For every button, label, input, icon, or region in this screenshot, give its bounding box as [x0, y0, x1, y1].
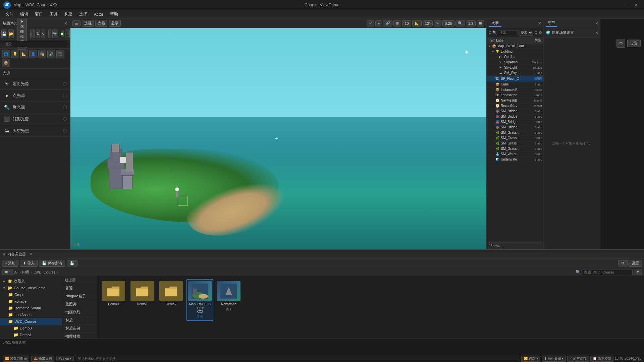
filter-blueprint[interactable]: 蓝图类 [62, 300, 97, 308]
viewport-show-btn[interactable]: 显示 [109, 20, 121, 27]
vp-grid-btn[interactable]: ⊞ [393, 20, 401, 26]
menu-window[interactable]: 窗口 [32, 11, 46, 18]
tree-landscape[interactable]: 🗺 Landscape Lands [487, 93, 543, 98]
tree-skyatmo[interactable]: ☀ SkyAtmo SkyAtm [487, 60, 543, 65]
tree-smgrass1[interactable]: 🌿 SM_Grass... Static [487, 130, 543, 135]
actor-point-light[interactable]: ● 点光源 ⓘ [0, 90, 70, 102]
version-ctrl-btn[interactable]: 📋 版本控制 [590, 356, 613, 362]
expand-lighting[interactable]: ▼ [491, 50, 495, 53]
tree-recastnav[interactable]: 🧭 RecastNav Recast [487, 103, 543, 109]
filter-material-instance[interactable]: 材质实例 [62, 324, 97, 333]
outliner-tab-main[interactable]: 大纲 [489, 20, 501, 27]
filter-animation[interactable]: 动画序列 [62, 308, 97, 316]
viewport-select-btn[interactable]: 选视 [82, 20, 94, 27]
maximize-button[interactable]: □ [621, 1, 631, 9]
python-btn[interactable]: Python ▾ [56, 356, 74, 361]
filter-physics[interactable]: 物理材质 [62, 333, 97, 339]
spot-light-info[interactable]: ⓘ [63, 105, 67, 110]
trace-btn[interactable]: 🔀 追踪 ▾ [521, 356, 540, 362]
path-all[interactable]: All [14, 270, 18, 274]
actor-spot-light[interactable]: 🔦 聚光源 ⓘ [0, 102, 70, 113]
camera-btn[interactable]: 📷 [52, 29, 58, 38]
sky-light-info[interactable]: ⓘ [63, 128, 67, 133]
cb-demo0[interactable]: 📁 Demo0 [0, 325, 62, 331]
tree-smbridge2[interactable]: 🌉 SM_Bridge Static [487, 114, 543, 119]
tree-lighting[interactable]: ▼ 💡 Lighting [487, 49, 543, 54]
cb-filter-sort-btn[interactable]: ⊞↕ [2, 269, 13, 275]
menu-edit[interactable]: 编辑 [17, 11, 31, 18]
settings-label-btn[interactable]: 设置 [627, 40, 641, 47]
outliner-close[interactable]: ✕ [538, 21, 541, 26]
path-content[interactable]: 内容 [22, 269, 30, 275]
tree-instancedf[interactable]: 📦 InstancedF Instan [487, 87, 543, 93]
cb-foliage[interactable]: 📁 Foliage [0, 298, 62, 305]
expand-icon[interactable]: ▼ [488, 45, 492, 48]
filter-material[interactable]: 材质 [62, 316, 97, 324]
tree-navmesh[interactable]: 🧭 NavMeshB NavM [487, 98, 543, 103]
outliner-type-filter[interactable]: 搜索 [519, 30, 533, 36]
viewport-menu-btn[interactable]: ☰ [72, 20, 80, 26]
cb-project-root[interactable]: ▼ 📂 Course_ViewGame [0, 285, 62, 291]
menu-help[interactable]: 帮助 [107, 11, 121, 18]
tree-opeil[interactable]: ◐ Opeil... [487, 54, 543, 60]
pause-button[interactable]: ⏸ [65, 29, 70, 38]
tree-smbridge4[interactable]: 🌉 SM_Bridge Static [487, 125, 543, 130]
outliner-search-input[interactable] [498, 30, 518, 35]
actor-sky-light[interactable]: 🌤 天空光照 ⓘ [0, 125, 70, 137]
cb-favorites-header[interactable]: ▶ ⭐ 收藏夹 [0, 278, 62, 285]
tree-smwater[interactable]: 💧 SM_Water... Static [487, 152, 543, 157]
vp-scale-val[interactable]: 0.25 [442, 20, 454, 26]
close-button[interactable]: ✕ [631, 1, 641, 9]
menu-select[interactable]: 选择 [76, 11, 90, 18]
tree-smgrass2[interactable]: 🌿 SM_Grass... Static [487, 135, 543, 141]
outliner-create-btn[interactable]: 🔍 [492, 29, 497, 36]
tree-smbridge3[interactable]: 🌉 SM_Bridge Static [487, 119, 543, 125]
rect-light-info[interactable]: ⓘ [63, 117, 67, 122]
cb-close-btn[interactable]: ✕ [29, 252, 32, 256]
cb-settings-btn[interactable]: ⚙ [618, 260, 628, 266]
vp-settings-btn[interactable]: ⊞ [477, 20, 484, 26]
tree-skylight[interactable]: ☀ SkyLight SkyLig [487, 65, 543, 70]
actor-tool-4[interactable]: 👤 [29, 50, 37, 58]
details-tab[interactable]: 细节 [546, 20, 557, 27]
tree-smbridge1[interactable]: 🌉 SM_Bridge Static [487, 109, 543, 114]
tree-smgrass4[interactable]: 🌿 SM_Grass... Static [487, 146, 543, 152]
viewport-scene[interactable]: + ✦ X Y Z [70, 28, 486, 249]
cb-import-btn[interactable]: ⬇ 导入 [20, 260, 37, 267]
output-log-btn[interactable]: 📤 输出日志 [31, 356, 54, 362]
transform-btn[interactable]: ↔ [30, 29, 35, 38]
point-light-info[interactable]: ⓘ [63, 93, 67, 98]
rotate-btn[interactable]: ↻ [36, 29, 40, 38]
details-close[interactable]: ✕ [595, 21, 598, 26]
vp-transform-btn[interactable]: ⤢ [367, 20, 374, 26]
load-icon-btn[interactable]: 📂 [8, 29, 14, 38]
tree-smsky[interactable]: ☁ SM_Sky... Static [487, 70, 543, 76]
cb-item-demo1[interactable]: Demo1 [129, 279, 156, 321]
python-input[interactable] [76, 356, 519, 361]
cb-save-all-btn[interactable]: 💾 保存所有 [39, 260, 65, 267]
actor-tool-3[interactable]: 📐 [20, 50, 28, 58]
actor-tool-7[interactable]: 🎬 [56, 50, 64, 58]
actor-tool-8[interactable]: 📦 [2, 59, 10, 67]
save-icon-btn[interactable]: 💾 [1, 29, 7, 38]
outliner-options-btn[interactable]: ⚙ [534, 29, 538, 36]
actor-search-input[interactable] [2, 41, 68, 47]
directional-light-info[interactable]: ⓘ [63, 81, 67, 86]
cb-demo1[interactable]: 📁 Demo1 [0, 331, 62, 338]
play-button[interactable]: ▶ [61, 30, 64, 38]
save-all-btn[interactable]: ✓ 所有保存 [567, 356, 589, 362]
cb-content-label-btn[interactable]: 设置 [629, 260, 642, 267]
actor-tool-6[interactable]: 🔊 [47, 50, 55, 58]
vp-zoom-val[interactable]: 1.2 [466, 20, 476, 26]
cb-item-demo2[interactable]: Demo2 [158, 279, 184, 321]
tree-underwater[interactable]: 🌊 Underwate Static [487, 157, 543, 162]
cb-save-icon[interactable]: 💾 [67, 260, 77, 266]
cb-lwd-course[interactable]: 📁 LWD_Course [0, 318, 62, 325]
viewport-lighting-btn[interactable]: 光照 [95, 20, 107, 27]
viewport-type-btn[interactable]: □ [48, 29, 51, 38]
vp-add-btn[interactable]: + [375, 20, 382, 26]
menu-actor[interactable]: Actor [91, 11, 106, 17]
vp-angle-icon[interactable]: 📐 [412, 20, 422, 26]
cb-crops[interactable]: 📁 Crops [0, 291, 62, 298]
cb-lostasset[interactable]: 📁 LostAsset [0, 311, 62, 318]
